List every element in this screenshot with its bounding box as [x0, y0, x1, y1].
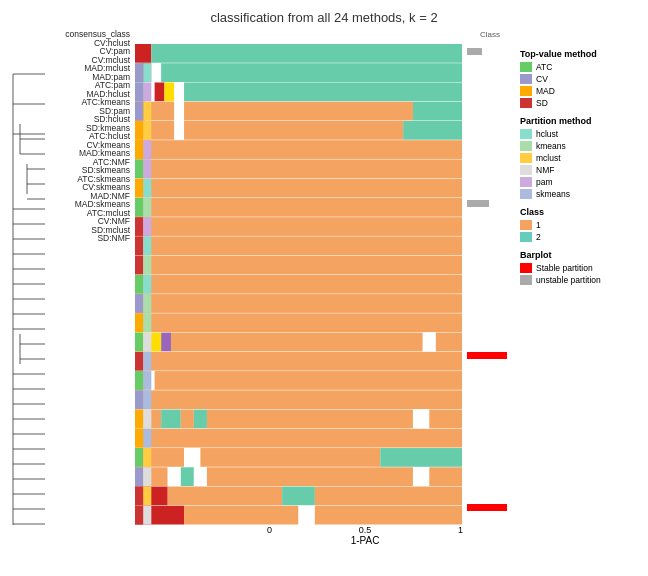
svg-rect-115: [194, 410, 207, 429]
legend-partition-items-label-5: skmeans: [536, 189, 570, 199]
legend-barplot-title: Barplot: [520, 250, 638, 260]
svg-rect-128: [135, 448, 143, 467]
svg-rect-36: [151, 44, 462, 63]
svg-rect-72: [143, 179, 151, 198]
legend-topvalue-items-color-2: [520, 86, 532, 96]
xaxis-spacer: [135, 525, 183, 546]
svg-rect-90: [143, 294, 151, 313]
svg-rect-83: [135, 256, 143, 275]
legend-partition-items-label-4: pam: [536, 177, 553, 187]
legend-barplot-items-item-0: Stable partition: [520, 263, 638, 273]
barplot-header: Class: [465, 30, 515, 44]
dendrogram-area: [5, 44, 53, 525]
legend-topvalue-items-item-1: CV: [520, 74, 638, 84]
legend-topvalue-items-label-2: MAD: [536, 86, 555, 96]
svg-rect-99: [135, 333, 143, 352]
legend-partition-items-color-2: [520, 153, 532, 163]
legend-partition-items-label-3: NMF: [536, 165, 554, 175]
row-label-24: SD:NMF: [53, 234, 132, 243]
svg-rect-131: [168, 467, 181, 486]
svg-rect-135: [413, 467, 429, 486]
svg-rect-77: [135, 217, 143, 236]
svg-rect-114: [181, 410, 194, 429]
legend-topvalue-items-color-0: [520, 62, 532, 72]
legend-topvalue-items-item-2: MAD: [520, 86, 638, 96]
svg-rect-142: [315, 487, 462, 506]
svg-rect-78: [143, 217, 151, 236]
svg-rect-137: [135, 467, 143, 486]
svg-rect-54: [184, 102, 413, 121]
svg-rect-79: [135, 236, 462, 255]
svg-rect-64: [135, 140, 462, 159]
svg-rect-132: [181, 467, 194, 486]
svg-rect-53: [174, 102, 184, 121]
svg-rect-66: [143, 140, 151, 159]
legend-partition-items-color-4: [520, 177, 532, 187]
svg-rect-147: [299, 506, 315, 525]
legend-partition-items-item-0: hclust: [520, 129, 638, 139]
svg-rect-41: [135, 63, 143, 82]
svg-rect-81: [143, 236, 151, 255]
svg-rect-134: [207, 467, 413, 486]
legend-barplot-items-label-1: unstable partition: [536, 275, 601, 285]
svg-rect-69: [143, 159, 151, 178]
svg-rect-136: [429, 467, 462, 486]
svg-rect-76: [135, 217, 462, 236]
legend-topvalue-items-item-0: ATC: [520, 62, 638, 72]
bar-row-2: [465, 198, 515, 350]
svg-rect-40: [161, 63, 462, 82]
svg-rect-143: [135, 487, 143, 506]
legend-class: Class 12: [520, 207, 638, 242]
svg-rect-67: [135, 159, 462, 178]
svg-rect-93: [143, 313, 151, 332]
legend-topvalue-title: Top-value method: [520, 49, 638, 59]
svg-rect-56: [135, 102, 143, 121]
tick-05: 0.5: [359, 525, 372, 535]
svg-rect-98: [436, 333, 462, 352]
xaxis-ticks-area: 0 0.5 1 1-PAC: [265, 525, 465, 546]
svg-rect-84: [143, 256, 151, 275]
svg-rect-42: [143, 63, 151, 82]
svg-rect-100: [143, 333, 151, 352]
chart-title: classification from all 24 methods, k = …: [5, 10, 643, 25]
svg-rect-73: [135, 198, 462, 217]
svg-rect-148: [315, 506, 462, 525]
legend-partition-items-label-2: mclust: [536, 153, 561, 163]
legend-partition-items-item-4: pam: [520, 177, 638, 187]
svg-rect-116: [207, 410, 413, 429]
svg-rect-91: [135, 313, 462, 332]
barplot-section: Class: [465, 30, 515, 525]
legend-class-items-label-0: 1: [536, 220, 541, 230]
row-labels: consensus_classCV:hclustCV:pamCV:mclustM…: [53, 30, 135, 525]
xaxis-area: 0 0.5 1 1-PAC: [135, 525, 515, 546]
svg-rect-60: [184, 121, 403, 140]
svg-rect-121: [135, 429, 462, 448]
legend-topvalue-items-color-1: [520, 74, 532, 84]
svg-rect-101: [135, 352, 462, 371]
heatmap-columns: [135, 30, 462, 525]
svg-rect-138: [143, 467, 151, 486]
svg-rect-57: [143, 102, 151, 121]
legend-class-items-item-1: 2: [520, 232, 638, 242]
svg-rect-82: [135, 256, 462, 275]
bar-row-1: [465, 46, 515, 198]
xaxis-label-spacer: [183, 525, 265, 546]
legend-partition-items-item-3: NMF: [520, 165, 638, 175]
svg-rect-86: [135, 275, 143, 294]
bar-row-4: [465, 502, 515, 525]
svg-rect-88: [135, 294, 462, 313]
svg-rect-118: [429, 410, 462, 429]
legend-section: Top-value method ATCCVMADSD Partition me…: [515, 44, 643, 525]
svg-rect-74: [135, 198, 143, 217]
legend-class-items-label-1: 2: [536, 232, 541, 242]
barplot-bars: [465, 44, 515, 525]
svg-rect-59: [174, 121, 184, 140]
legend-barplot-items-item-1: unstable partition: [520, 275, 638, 285]
svg-rect-111: [143, 390, 151, 409]
svg-rect-153: [467, 352, 507, 359]
svg-rect-107: [135, 371, 143, 390]
svg-rect-126: [200, 448, 380, 467]
svg-rect-89: [135, 294, 143, 313]
legend-partition: Partition method hclustkmeansmclustNMFpa…: [520, 116, 638, 199]
legend-topvalue-items-item-3: SD: [520, 98, 638, 108]
